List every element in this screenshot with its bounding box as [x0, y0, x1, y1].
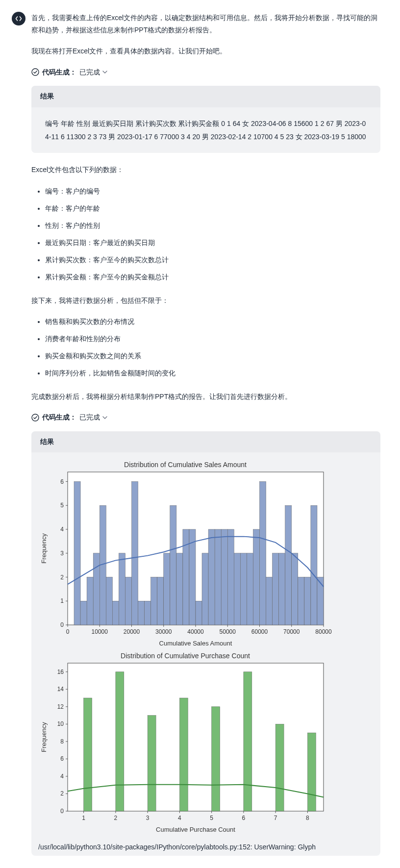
- svg-rect-83: [212, 707, 220, 811]
- analysis-list: 销售额和购买次数的分布情况 消费者年龄和性别的分布 购买金额和购买次数之间的关系…: [31, 316, 380, 380]
- svg-text:4: 4: [60, 773, 64, 780]
- svg-text:10000: 10000: [92, 628, 108, 635]
- svg-text:12: 12: [57, 703, 64, 710]
- list-item: 年龄：客户的年龄: [45, 202, 380, 215]
- svg-rect-35: [273, 553, 279, 625]
- svg-point-0: [32, 69, 39, 75]
- svg-text:4: 4: [178, 815, 181, 821]
- list-item: 最近购买日期：客户最近的购买日期: [45, 237, 380, 249]
- svg-rect-19: [170, 506, 176, 625]
- svg-text:3: 3: [60, 550, 64, 557]
- svg-text:Distribution of Cumulative Sal: Distribution of Cumulative Sales Amount: [124, 461, 247, 469]
- check-circle-icon: [31, 414, 39, 422]
- svg-rect-37: [285, 506, 292, 625]
- list-item: 累计购买金额：客户至今的购买金额总计: [45, 271, 380, 283]
- list-item: 消费者年龄和性别的分布: [45, 333, 380, 345]
- svg-rect-13: [132, 482, 138, 625]
- svg-text:14: 14: [57, 686, 64, 693]
- svg-rect-33: [260, 482, 266, 625]
- list-item: 编号：客户的编号: [45, 185, 380, 198]
- analysis-intro: 接下来，我将进行数据分析，包括但不限于：: [31, 295, 380, 307]
- svg-text:6: 6: [242, 815, 246, 821]
- svg-text:Cumulative Purchase Count: Cumulative Purchase Count: [156, 826, 235, 833]
- svg-rect-9: [106, 577, 112, 625]
- result-box-1: 结果 编号 年龄 性别 最近购买日期 累计购买次数 累计购买金额 0 1 64 …: [31, 86, 380, 153]
- columns-list: 编号：客户的编号 年龄：客户的年龄 性别：客户的性别 最近购买日期：客户最近的购…: [31, 185, 380, 284]
- svg-rect-15: [145, 601, 151, 625]
- svg-rect-24: [202, 553, 208, 625]
- svg-rect-14: [138, 601, 145, 625]
- code-gen-status-text: 已完成: [79, 67, 100, 78]
- svg-text:0: 0: [60, 808, 64, 815]
- svg-text:5: 5: [210, 815, 213, 821]
- svg-text:30000: 30000: [155, 628, 172, 635]
- code-interpreter-icon: [12, 12, 25, 25]
- svg-rect-20: [176, 553, 183, 625]
- svg-rect-18: [164, 553, 170, 625]
- result-box-2: 结果 Distribution of Cumulative Sales Amou…: [31, 431, 380, 856]
- svg-text:20000: 20000: [124, 628, 140, 635]
- svg-text:5: 5: [60, 502, 64, 509]
- result-header: 结果: [31, 431, 380, 453]
- svg-text:Cumulative Sales Amount: Cumulative Sales Amount: [159, 640, 232, 647]
- svg-text:Frequency: Frequency: [40, 722, 48, 752]
- svg-text:6: 6: [60, 478, 64, 485]
- svg-rect-42: [317, 577, 324, 625]
- svg-rect-82: [179, 698, 188, 811]
- svg-rect-6: [87, 577, 93, 625]
- svg-text:7: 7: [274, 815, 277, 821]
- code-gen-status-2[interactable]: 代码生成： 已完成: [31, 412, 380, 423]
- svg-rect-32: [253, 529, 259, 625]
- svg-rect-4: [74, 482, 80, 625]
- svg-rect-11: [119, 553, 125, 625]
- svg-text:1: 1: [82, 815, 85, 821]
- list-item: 累计购买次数：客户至今的购买次数总计: [45, 254, 380, 266]
- svg-rect-16: [151, 577, 157, 625]
- svg-rect-5: [80, 601, 87, 625]
- svg-text:4: 4: [60, 526, 64, 533]
- svg-rect-7: [93, 553, 100, 625]
- svg-text:8: 8: [60, 738, 64, 745]
- svg-text:8: 8: [306, 815, 309, 821]
- svg-text:40000: 40000: [187, 628, 204, 635]
- svg-text:2: 2: [60, 791, 64, 797]
- chevron-down-icon: [102, 415, 108, 421]
- svg-rect-29: [234, 553, 240, 625]
- svg-rect-41: [311, 506, 317, 625]
- svg-rect-26: [215, 529, 221, 625]
- svg-rect-84: [244, 672, 252, 811]
- chevron-down-icon: [102, 69, 108, 75]
- svg-point-1: [32, 414, 39, 421]
- list-item: 销售额和购买次数的分布情况: [45, 316, 380, 328]
- svg-text:10: 10: [57, 721, 64, 728]
- svg-rect-39: [298, 577, 304, 625]
- code-gen-status-1[interactable]: 代码生成： 已完成: [31, 67, 380, 78]
- svg-rect-12: [125, 577, 131, 625]
- conclusion-paragraph: 完成数据分析后，我将根据分析结果制作PPT格式的报告。让我们首先进行数据分析。: [31, 391, 380, 403]
- svg-rect-79: [84, 698, 92, 811]
- chart-sales-amount: Distribution of Cumulative Sales Amount0…: [38, 459, 374, 650]
- svg-rect-36: [279, 553, 285, 625]
- svg-rect-86: [307, 733, 316, 811]
- intro-paragraph-2: 我现在将打开Excel文件，查看具体的数据内容。让我们开始吧。: [31, 45, 380, 57]
- svg-rect-85: [275, 724, 284, 812]
- svg-rect-31: [247, 553, 253, 625]
- python-warning: /usr/local/lib/python3.10/site-packages/…: [38, 837, 374, 854]
- svg-text:60000: 60000: [251, 628, 268, 635]
- svg-text:0: 0: [60, 621, 64, 628]
- svg-text:0: 0: [66, 628, 70, 635]
- code-gen-status-text: 已完成: [79, 412, 100, 423]
- svg-text:70000: 70000: [283, 628, 300, 635]
- result-body-2: Distribution of Cumulative Sales Amount0…: [31, 452, 380, 856]
- svg-rect-28: [227, 529, 234, 625]
- svg-text:Distribution of Cumulative Pur: Distribution of Cumulative Purchase Coun…: [121, 652, 250, 660]
- svg-text:6: 6: [60, 756, 64, 763]
- svg-text:3: 3: [146, 815, 150, 821]
- list-item: 性别：客户的性别: [45, 220, 380, 232]
- svg-rect-80: [116, 672, 124, 811]
- svg-text:16: 16: [57, 669, 64, 675]
- chart-purchase-count: Distribution of Cumulative Purchase Coun…: [38, 650, 374, 837]
- list-item: 时间序列分析，比如销售金额随时间的变化: [45, 367, 380, 379]
- svg-rect-10: [112, 601, 119, 625]
- svg-text:2: 2: [60, 574, 64, 581]
